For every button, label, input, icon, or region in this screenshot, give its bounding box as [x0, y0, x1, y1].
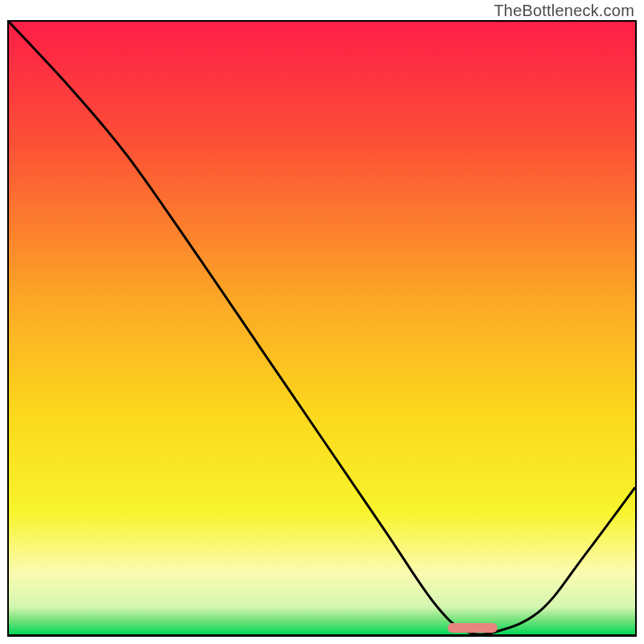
curve-line [9, 22, 635, 634]
optimal-range-marker [448, 623, 497, 633]
watermark-text: TheBottleneck.com [493, 2, 634, 20]
chart-plot-area [7, 20, 637, 637]
bottleneck-curve [9, 22, 635, 634]
